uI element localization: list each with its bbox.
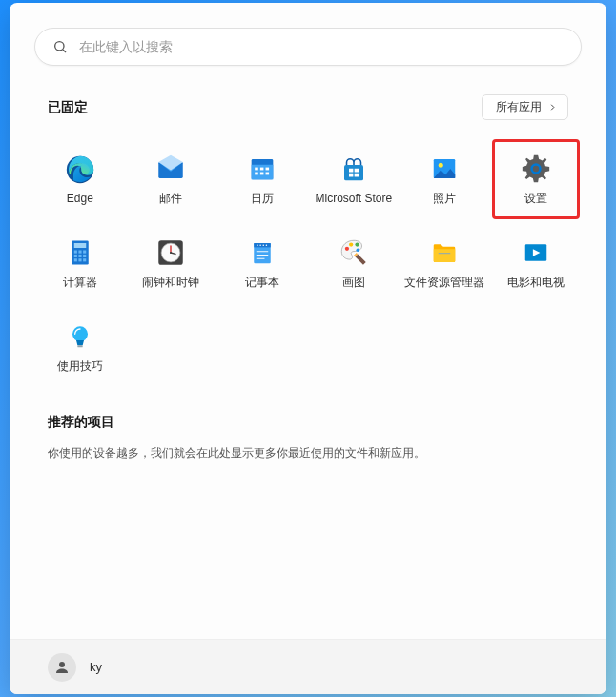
search-icon [52,39,68,54]
app-label: Microsoft Store [315,192,392,205]
paint-icon [338,236,370,269]
app-label: Edge [67,192,93,205]
svg-rect-58 [77,345,82,347]
pinned-title: 已固定 [48,99,88,116]
recommended-description: 你使用的设备越多，我们就会在此处显示更多你最近使用的文件和新应用。 [48,444,568,462]
svg-point-50 [345,246,349,250]
photos-icon [428,153,461,185]
svg-rect-17 [349,174,353,177]
svg-rect-10 [266,167,270,170]
svg-rect-27 [78,250,81,253]
notepad-icon [246,236,278,269]
svg-point-0 [55,42,64,51]
svg-rect-33 [78,258,81,261]
svg-rect-42 [254,243,271,247]
clock-icon [154,236,187,269]
all-apps-button[interactable]: 所有应用 [482,94,568,120]
svg-point-20 [439,162,443,167]
svg-rect-8 [255,167,258,170]
svg-point-23 [533,165,539,171]
user-name: ky [90,660,102,674]
folder-icon [428,236,461,269]
svg-point-52 [355,242,359,246]
svg-rect-26 [74,250,77,253]
svg-rect-14 [344,165,363,180]
svg-rect-28 [83,250,86,253]
app-tile-explorer[interactable]: 文件资源管理器 [401,223,489,303]
svg-rect-29 [74,254,77,256]
svg-rect-12 [260,172,264,174]
svg-point-43 [257,244,258,246]
svg-point-45 [263,244,265,246]
app-tile-edge[interactable]: Edge [36,139,124,219]
svg-rect-9 [260,167,264,170]
search-container [10,3,606,81]
svg-point-51 [349,242,353,246]
svg-rect-30 [78,254,81,256]
app-tile-calculator[interactable]: 计算器 [36,223,124,303]
app-label: 记事本 [245,275,279,291]
app-tile-store[interactable]: Microsoft Store [310,139,398,219]
app-label: 计算器 [63,275,97,291]
svg-rect-7 [252,164,274,179]
svg-point-40 [170,251,172,253]
recommended-title: 推荐的项目 [48,414,568,431]
app-label: 闹钟和时钟 [142,275,199,291]
app-tile-tips[interactable]: 使用技巧 [36,307,124,387]
app-tile-notepad[interactable]: 记事本 [218,223,306,303]
chevron-right-icon [547,102,558,113]
all-apps-label: 所有应用 [496,99,542,115]
svg-line-1 [63,50,66,52]
pinned-header: 已固定 所有应用 [10,81,606,130]
bottom-bar: ky [10,639,606,694]
recommended-section: 推荐的项目 你使用的设备越多，我们就会在此处显示更多你最近使用的文件和新应用。 [10,387,606,489]
movies-icon [520,236,552,269]
app-label: 日历 [251,191,274,207]
app-tile-movies[interactable]: 电影和电视 [492,223,580,303]
edge-icon [64,154,96,186]
store-icon [338,154,370,186]
app-tile-mail[interactable]: 邮件 [128,139,216,219]
search-box[interactable] [34,28,582,66]
svg-rect-11 [255,172,258,174]
svg-point-53 [356,248,359,252]
calendar-icon [246,153,278,185]
app-tile-photos[interactable]: 照片 [401,139,489,219]
svg-rect-25 [74,243,87,248]
pinned-grid: Edge 邮件 [10,130,606,387]
svg-rect-13 [266,172,270,174]
app-label: 邮件 [159,191,182,207]
avatar-icon [48,653,76,682]
user-profile[interactable]: ky [48,653,102,682]
tips-icon [64,320,96,353]
app-label: 文件资源管理器 [404,275,484,291]
svg-rect-15 [349,169,353,173]
app-label: 画图 [342,275,365,291]
app-label: 使用技巧 [57,359,103,375]
search-input[interactable] [79,39,564,54]
start-menu-panel: 已固定 所有应用 [10,3,606,694]
svg-point-46 [266,244,268,246]
svg-point-59 [59,662,65,667]
app-tile-clock[interactable]: 闹钟和时钟 [128,223,216,303]
svg-rect-18 [354,174,358,177]
svg-rect-54 [439,253,451,254]
mail-icon [154,153,187,185]
svg-point-44 [260,244,262,246]
svg-rect-31 [83,254,86,256]
app-tile-paint[interactable]: 画图 [310,223,398,303]
svg-rect-32 [74,258,77,261]
svg-rect-34 [83,258,86,261]
app-label: 照片 [433,191,456,207]
app-label: 电影和电视 [507,275,565,291]
app-label: 设置 [524,191,547,207]
settings-icon [520,153,552,185]
app-tile-settings[interactable]: 设置 [492,139,580,219]
calculator-icon [64,236,96,269]
app-tile-calendar[interactable]: 日历 [218,139,306,219]
svg-rect-16 [354,169,358,173]
